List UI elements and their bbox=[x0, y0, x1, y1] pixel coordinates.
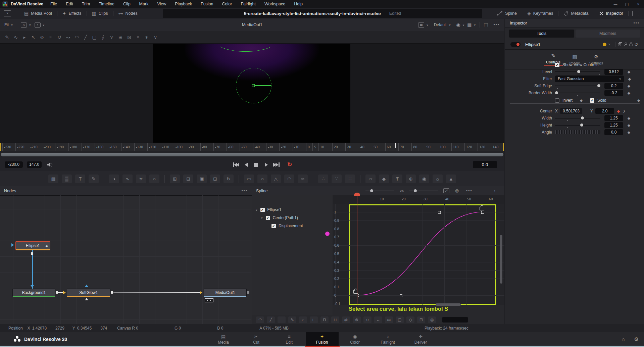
width-field[interactable]: 1.25 bbox=[604, 115, 623, 121]
center-x-field[interactable]: 0.501703 bbox=[560, 108, 582, 114]
step-out-icon[interactable]: ⊔ bbox=[331, 316, 339, 323]
publish-point-icon[interactable]: ↝ bbox=[64, 35, 72, 40]
reset-icon[interactable]: ↺ bbox=[634, 42, 639, 47]
page-tab-deliver[interactable]: ✈Deliver bbox=[404, 332, 437, 346]
range-out-field[interactable]: 147.0 bbox=[27, 161, 42, 168]
inspector-menu[interactable]: ••• bbox=[633, 21, 640, 26]
close-polyline-icon[interactable]: ↺ bbox=[55, 35, 64, 40]
tool-transform-icon[interactable]: ↻ bbox=[224, 175, 234, 183]
snap-key-icon[interactable]: ∪ bbox=[363, 316, 371, 323]
range-in-field[interactable]: -230.0 bbox=[5, 161, 23, 168]
ellipse1-checkbox[interactable]: ✓ bbox=[260, 208, 265, 212]
menu-trim[interactable]: Trim bbox=[78, 2, 95, 6]
tool-particle-render-icon[interactable]: ∷ bbox=[345, 175, 355, 183]
page-tab-edit[interactable]: ≡Edit bbox=[273, 332, 306, 346]
tool-shape-3d-icon[interactable]: ◆ bbox=[379, 175, 389, 183]
show-markers-icon[interactable]: ◇ bbox=[406, 316, 414, 323]
menu-workspace[interactable]: Workspace bbox=[260, 2, 290, 6]
clips-button[interactable]: ▥Clips bbox=[91, 11, 109, 16]
node-color-swatch[interactable] bbox=[603, 43, 606, 46]
solid-keyframe-icon[interactable]: ◆ bbox=[633, 98, 644, 103]
tool-color-curves-icon[interactable]: ∿ bbox=[122, 175, 133, 183]
home-icon[interactable]: ⌂ bbox=[622, 336, 625, 342]
node-graph[interactable]: Ellipse1 ◈ Background1 SoftGlow1 bbox=[0, 195, 251, 324]
tool-text-3d-icon[interactable]: Ŧ bbox=[392, 175, 402, 183]
tool-camera-3d-icon[interactable]: ◉ bbox=[419, 175, 429, 183]
guides-dropdown[interactable]: ▦∨ bbox=[418, 22, 429, 28]
go-to-end-button[interactable] bbox=[271, 161, 281, 168]
flat-spline-icon[interactable]: — bbox=[278, 316, 286, 323]
reverse-spline-icon[interactable]: ⇄ bbox=[342, 316, 350, 323]
node-color-dropdown[interactable]: ∨ bbox=[608, 43, 610, 46]
spline-button[interactable]: Spline bbox=[496, 11, 518, 16]
ellipse1-connection[interactable] bbox=[32, 250, 33, 289]
play-button[interactable] bbox=[261, 161, 271, 168]
invert-spline-icon[interactable]: ∟ bbox=[310, 316, 318, 323]
border-width-slider[interactable] bbox=[555, 93, 600, 93]
line-tool-icon[interactable]: ╱ bbox=[81, 35, 90, 40]
filter-dropdown[interactable]: Fast Gaussian∨ bbox=[555, 76, 624, 82]
transform-box-icon[interactable]: ⊞ bbox=[116, 35, 125, 40]
reduce-points-icon[interactable]: ≈ bbox=[46, 35, 55, 40]
metadata-button[interactable]: Metadata bbox=[562, 11, 590, 16]
tree-item-ellipse1[interactable]: ∨ ✓ Ellipse1 bbox=[255, 207, 282, 212]
remove-animation-icon[interactable]: × bbox=[134, 35, 142, 40]
tree-item-displacement[interactable]: ✓ Displacement bbox=[271, 224, 303, 228]
keyframes-button[interactable]: ◈Keyframes bbox=[526, 11, 555, 16]
menu-clip[interactable]: Clip bbox=[119, 2, 135, 6]
panel-layout-icon[interactable] bbox=[632, 11, 639, 16]
channels-dropdown[interactable]: ◉∨ bbox=[456, 22, 465, 28]
time-stretch-icon[interactable]: ↔ bbox=[374, 316, 382, 323]
tool-media-out-icon[interactable]: ⊡ bbox=[210, 175, 220, 183]
marquee-select-icon[interactable]: ▢ bbox=[90, 35, 99, 40]
window-maximize-button[interactable]: ▢ bbox=[621, 2, 633, 6]
tangent-tool-icon[interactable]: ⋎ bbox=[107, 35, 116, 40]
tool-text-plus-icon[interactable]: T bbox=[75, 175, 85, 183]
node-ellipse1[interactable]: Ellipse1 ◈ bbox=[15, 241, 50, 250]
ellipse1-output-socket[interactable] bbox=[31, 252, 33, 255]
zoom-magnifier-icon[interactable]: ◎ bbox=[455, 188, 459, 193]
tool-particle-emitter-icon[interactable]: ∴ bbox=[318, 175, 328, 183]
point-lock-icon[interactable]: ⊘ bbox=[38, 35, 46, 40]
timeline-scrollbar[interactable] bbox=[0, 151, 504, 158]
height-field[interactable]: 1.25 bbox=[604, 122, 623, 128]
step-in-icon[interactable]: ⊓ bbox=[320, 316, 329, 323]
tool-fastnoise-icon[interactable]: ▒ bbox=[62, 175, 72, 183]
spline-vertical-scrollbar[interactable] bbox=[500, 235, 502, 284]
spline-panel-menu[interactable]: ••• bbox=[466, 189, 473, 193]
background1-output-socket[interactable] bbox=[56, 291, 58, 294]
nodes-panel-menu[interactable]: ••• bbox=[241, 189, 248, 193]
grid-view-dropdown[interactable]: ▦∨ bbox=[467, 22, 476, 28]
level-field[interactable]: 0.512 bbox=[604, 69, 623, 75]
soft-edge-slider[interactable] bbox=[555, 86, 600, 86]
select-box-icon[interactable]: ▭ bbox=[385, 316, 393, 323]
loop-button[interactable]: ↻ bbox=[285, 161, 295, 168]
angle-field[interactable]: 0.0 bbox=[604, 129, 623, 135]
tool-color-corrector-icon[interactable]: ◑ bbox=[109, 175, 119, 183]
current-frame-field[interactable]: 0.0 bbox=[473, 161, 497, 168]
menu-color[interactable]: Color bbox=[218, 2, 237, 6]
node-background1[interactable]: Background1 bbox=[12, 289, 55, 297]
node-mediaout1[interactable]: MediaOut1 bbox=[204, 289, 247, 297]
height-slider[interactable] bbox=[555, 125, 600, 126]
inspector-button[interactable]: Inspector bbox=[598, 11, 625, 16]
page-tab-fusion[interactable]: ✦Fusion bbox=[306, 332, 339, 346]
center-keyframe-icon[interactable]: ◆ bbox=[614, 109, 623, 113]
node-enable-toggle[interactable] bbox=[510, 42, 521, 47]
width-slider[interactable] bbox=[555, 118, 600, 118]
corner-spline-icon[interactable]: ⌐ bbox=[299, 316, 307, 323]
frame-all-icon[interactable]: ⤢ bbox=[443, 188, 449, 193]
center-expand-icon[interactable]: ❯ bbox=[623, 109, 626, 113]
chevron-down-icon[interactable]: ∨ bbox=[261, 216, 263, 219]
mediaout1-output-socket[interactable] bbox=[247, 291, 249, 294]
zoom-slider-thumb[interactable] bbox=[370, 189, 373, 192]
tab-tools[interactable]: Tools bbox=[509, 30, 574, 38]
tool-render-3d-icon[interactable]: ▲ bbox=[446, 175, 456, 183]
show-view-controls-checkbox[interactable]: ✓ bbox=[555, 63, 559, 67]
sort-order-icon[interactable]: ↕ bbox=[494, 189, 496, 193]
dual-viewer-icon[interactable]: ⬚ bbox=[484, 22, 488, 28]
tool-image-plane-3d-icon[interactable]: ▱ bbox=[365, 175, 376, 183]
level-keyframe-icon[interactable]: ◆ bbox=[623, 70, 635, 74]
menu-fairlight[interactable]: Fairlight bbox=[236, 2, 260, 6]
lock-icon[interactable] bbox=[628, 42, 634, 47]
